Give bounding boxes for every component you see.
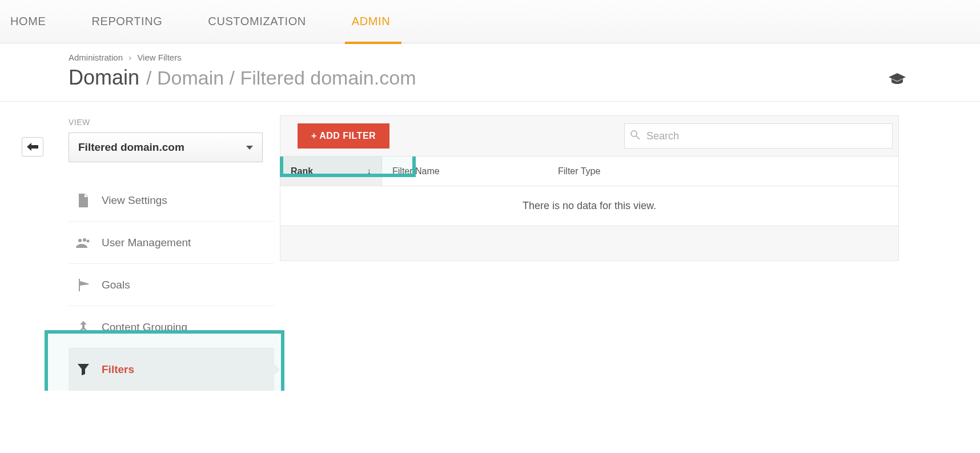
sidebar-item-label: Goals xyxy=(102,279,130,291)
breadcrumb: Administration › View Filters xyxy=(69,53,980,62)
sidebar-item-filters[interactable]: Filters xyxy=(69,348,274,391)
top-nav: HOME REPORTING CUSTOMIZATION ADMIN xyxy=(0,0,980,43)
sidebar: VIEW Filtered domain.com View Settings U… xyxy=(0,102,274,391)
caret-down-icon xyxy=(246,146,253,150)
page-title: Domain xyxy=(69,66,139,90)
page-title-row: Domain / Domain / Filtered domain.com xyxy=(69,66,980,101)
svg-line-4 xyxy=(636,136,640,139)
breadcrumb-separator: › xyxy=(128,53,131,62)
sidebar-section-label: VIEW xyxy=(69,118,274,127)
back-button[interactable] xyxy=(22,137,43,157)
column-type-label: Filter Type xyxy=(558,166,600,177)
users-icon xyxy=(73,238,94,248)
filter-icon xyxy=(73,364,94,375)
add-filter-button[interactable]: + ADD FILTER xyxy=(298,123,389,149)
education-icon[interactable] xyxy=(889,73,906,88)
view-selector[interactable]: Filtered domain.com xyxy=(69,133,263,162)
search-wrap xyxy=(624,123,893,149)
breadcrumb-item[interactable]: View Filters xyxy=(137,53,181,62)
sidebar-item-content-grouping[interactable]: Content Grouping xyxy=(69,306,274,348)
table-empty-message: There is no data for this view. xyxy=(280,186,898,226)
search-input[interactable] xyxy=(624,123,893,149)
nav-admin[interactable]: ADMIN xyxy=(352,0,419,43)
column-filter-type[interactable]: Filter Type xyxy=(548,157,898,186)
svg-point-1 xyxy=(83,238,86,242)
filters-toolbar: + ADD FILTER xyxy=(280,115,899,157)
svg-point-3 xyxy=(631,131,637,137)
table-header: Rank ↓ Filter Name Filter Type xyxy=(280,157,898,186)
sidebar-menu: View Settings User Management Goals Cont… xyxy=(69,179,274,391)
sidebar-item-label: User Management xyxy=(102,236,191,249)
content: + ADD FILTER Rank ↓ Filter Name xyxy=(274,102,980,391)
merge-icon xyxy=(73,321,94,334)
column-rank[interactable]: Rank ↓ xyxy=(280,157,382,186)
main-area: VIEW Filtered domain.com View Settings U… xyxy=(0,102,980,391)
nav-customization[interactable]: CUSTOMIZATION xyxy=(208,0,335,43)
table-footer xyxy=(280,226,898,260)
sidebar-item-user-management[interactable]: User Management xyxy=(69,222,274,264)
column-name-label: Filter Name xyxy=(392,166,440,177)
sidebar-item-label: View Settings xyxy=(102,194,167,207)
column-rank-label: Rank xyxy=(291,166,313,177)
breadcrumb-item[interactable]: Administration xyxy=(69,53,123,62)
nav-reporting[interactable]: REPORTING xyxy=(91,0,191,43)
svg-point-0 xyxy=(78,239,82,242)
nav-home[interactable]: HOME xyxy=(10,0,74,43)
sidebar-item-label: Filters xyxy=(102,363,134,376)
sidebar-item-goals[interactable]: Goals xyxy=(69,264,274,306)
svg-point-2 xyxy=(87,239,90,242)
page-title-path: / Domain / Filtered domain.com xyxy=(146,67,416,89)
search-icon xyxy=(630,130,640,142)
page-header: Administration › View Filters Domain / D… xyxy=(0,43,980,102)
filters-table: Rank ↓ Filter Name Filter Type There is … xyxy=(280,157,899,261)
sidebar-item-view-settings[interactable]: View Settings xyxy=(69,179,274,222)
flag-icon xyxy=(73,279,94,291)
view-selector-value: Filtered domain.com xyxy=(78,141,184,154)
sort-down-icon: ↓ xyxy=(367,166,371,177)
column-filter-name[interactable]: Filter Name xyxy=(382,157,548,186)
sidebar-item-label: Content Grouping xyxy=(102,321,187,334)
file-icon xyxy=(73,194,94,207)
